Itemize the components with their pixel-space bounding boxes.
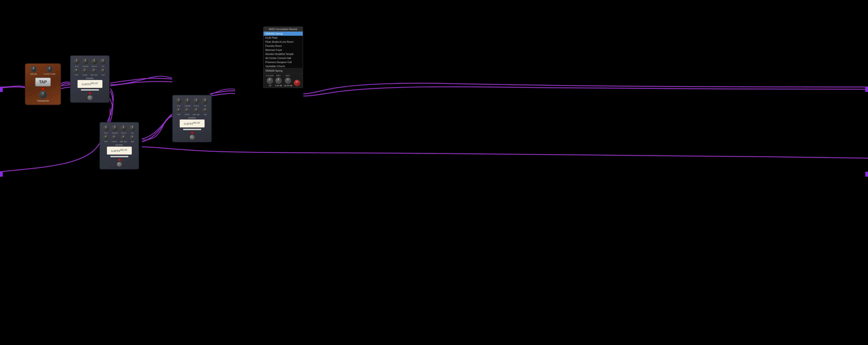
- tw-bottom-knob[interactable]: [39, 91, 47, 99]
- gd3-knobs-bottom: drift crinkle tape age bias: [175, 107, 210, 116]
- conv-wet-group: WET -30.00 dB: [283, 74, 292, 87]
- gd2-lowcut-knob[interactable]: [120, 125, 127, 131]
- gd2-bias-group: bias: [130, 135, 135, 143]
- gd1-crinkle-knob[interactable]: [82, 68, 88, 73]
- gd1-mix-knob[interactable]: [100, 58, 106, 65]
- gd3-bias-knob[interactable]: [203, 107, 208, 113]
- gd3-bias-label: bias: [204, 114, 207, 116]
- gd2-crinkle-knob[interactable]: [112, 135, 117, 140]
- conv-preset-pluto[interactable]: Pluto Studio A Live Room: [264, 40, 303, 44]
- gd3-time-label: time: [177, 105, 181, 107]
- gd2-tape-label: GAFFADELAY: [107, 147, 132, 155]
- cable-gd1-gd3: [110, 76, 172, 85]
- gd2-time-label: time: [104, 132, 108, 134]
- gd3-tape-label: GAFFADELAY: [180, 120, 205, 127]
- cable-tw-gd1: [61, 85, 70, 86]
- conv-preset-wooden[interactable]: Wooden Buddhist Temple: [264, 52, 303, 56]
- gd2-tapeage-label: tape age: [120, 140, 127, 143]
- gd2-mix-knob[interactable]: [129, 125, 136, 131]
- gd3-tapeage-group: tape age: [193, 107, 199, 116]
- gd2-mix-label: mix: [131, 132, 133, 134]
- conv-level-knob[interactable]: [294, 80, 300, 86]
- gd2-lowcut-label: lowcut: [121, 132, 126, 134]
- gd3-repeats-label: repeats: [185, 105, 191, 107]
- gd2-tapeage-knob[interactable]: [121, 135, 126, 140]
- conv-filter-knob[interactable]: [267, 77, 273, 84]
- gd1-drift-knob[interactable]: [74, 68, 79, 73]
- gd2-drift-group: drift: [103, 135, 108, 143]
- gd2-tape-line: [110, 156, 128, 157]
- gd3-footswitch[interactable]: [189, 134, 195, 140]
- gd3-drift-knob[interactable]: [176, 107, 181, 113]
- conv-dry-knob[interactable]: [275, 77, 282, 84]
- gd1-lowcut-label: lowcut: [92, 65, 97, 67]
- gd3-repeats-knob[interactable]: [184, 98, 191, 104]
- screen-right-output-port-2[interactable]: [865, 172, 868, 177]
- conv-preset-art[interactable]: Art Center Concert Hall: [264, 56, 303, 60]
- gd1-drift-label: drift: [75, 74, 78, 76]
- gd2-repeats-group: repeats: [112, 125, 118, 134]
- gd2-bias-knob[interactable]: [130, 135, 135, 140]
- gd1-tape-label: GAFFADELAY: [78, 80, 102, 88]
- gd3-mix-group: mix: [202, 98, 209, 107]
- gd1-tapeage-knob[interactable]: [91, 68, 97, 73]
- gd1-lowcut-knob[interactable]: [91, 58, 98, 65]
- gd3-tape-line: [183, 129, 201, 130]
- drive-knob[interactable]: [31, 66, 37, 72]
- gd3-led: [191, 132, 193, 133]
- gd3-crinkle-knob[interactable]: [184, 107, 190, 113]
- gd1-repeats-knob[interactable]: [82, 58, 89, 65]
- gd3-brand: SHIRO: [188, 117, 196, 119]
- gd2-drift-knob[interactable]: [103, 135, 108, 140]
- conv-dry-group: DRY 0.00 dB: [275, 74, 282, 87]
- screen-right-output-port[interactable]: [865, 87, 868, 92]
- cable-gd3-conv: [210, 89, 235, 95]
- conv-wet-knob[interactable]: [285, 77, 291, 84]
- gd1-tapeage-label: tape age: [90, 74, 97, 76]
- conv-wet-label: WET: [285, 74, 290, 77]
- gd3-lowcut-knob[interactable]: [193, 98, 200, 104]
- gd2-mix-group: mix: [129, 125, 136, 134]
- gd3-lowcut-label: lowcut: [194, 105, 199, 107]
- conv-preset-vauhallan[interactable]: Vauhallan Church: [264, 64, 303, 68]
- gd2-tapeage-group: tape age: [120, 135, 127, 143]
- conv-preset-foundry[interactable]: Foundry Room: [264, 44, 303, 48]
- gd2-time-knob[interactable]: [103, 125, 110, 131]
- gd1-tape-text: GAFFADELAY: [82, 82, 98, 86]
- tapetube-knob[interactable]: [46, 66, 53, 72]
- gd3-tapeage-knob[interactable]: [193, 107, 199, 113]
- conv-preset-prisoners[interactable]: Prisoners Dungeon Cell: [264, 60, 303, 64]
- gd1-mix-group: mix: [100, 58, 106, 67]
- gd1-time-knob[interactable]: [73, 58, 80, 65]
- tubewarmth-name: Tubewarmth: [37, 100, 49, 102]
- drive-label: DRIVE: [30, 73, 37, 75]
- tubewarmth-knobs-row: DRIVE TAPE/TUBE: [27, 66, 59, 75]
- gd1-time-label: time: [75, 65, 79, 67]
- conv-title: MOD Convolution Reverb: [264, 27, 303, 32]
- gd1-crinkle-label: crinkle: [82, 74, 88, 76]
- gd2-tape-text: GAFFADELAY: [111, 149, 127, 153]
- gd3-mix-knob[interactable]: [202, 98, 209, 104]
- conv-preset-monmart[interactable]: Monmart Foyer: [264, 48, 303, 52]
- gd1-lowcut-group: lowcut: [91, 58, 98, 67]
- gd2-drift-label: drift: [104, 140, 107, 143]
- gd3-knobs-top: time repeats lowcut mix: [175, 98, 210, 107]
- gd2-brand: SHIRO: [116, 144, 123, 146]
- gd1-tapeage-group: tape age: [90, 68, 97, 76]
- gd3-time-knob[interactable]: [176, 98, 182, 104]
- gd2-bias-label: bias: [131, 140, 134, 143]
- gd2-repeats-knob[interactable]: [112, 125, 118, 131]
- gd1-footswitch[interactable]: [87, 95, 93, 100]
- gd2-knobs-bottom: drift crinkle tape age bias: [102, 135, 137, 143]
- gd2-footswitch[interactable]: [116, 161, 122, 167]
- tap-button[interactable]: TAP: [35, 77, 51, 87]
- conv-filter-label: FILTER: [266, 74, 274, 77]
- conv-preset-e140[interactable]: E140 Plate: [264, 36, 303, 40]
- gd1-bias-knob[interactable]: [100, 68, 106, 73]
- cable-gd2-gd3: [143, 115, 172, 140]
- screen-left-input-port-2[interactable]: [0, 172, 3, 177]
- screen-left-input-port[interactable]: [0, 87, 3, 92]
- convolution-reverb-panel: MOD Convolution Reverb SRA500 Spring E14…: [264, 27, 303, 88]
- conv-preset-sra500[interactable]: SRA500 Spring: [264, 32, 303, 36]
- gaffa-delay-2: time repeats lowcut mix drift crinkle ta…: [99, 122, 139, 169]
